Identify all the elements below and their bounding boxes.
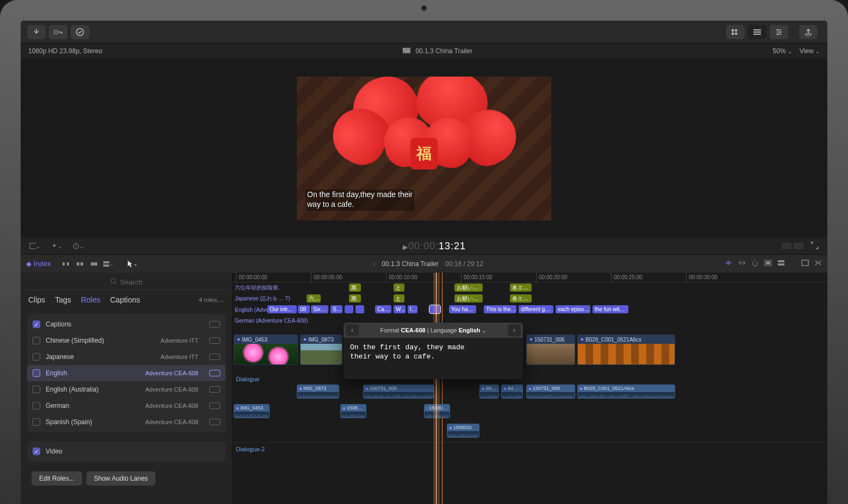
snapping-icon[interactable] — [724, 260, 733, 268]
video-clip[interactable]: 150731_006 — [526, 335, 575, 365]
role-lane-icon[interactable] — [209, 354, 220, 360]
audio-skimming-icon[interactable] — [751, 259, 759, 268]
caption-pill[interactable]: Ca… — [375, 305, 391, 313]
caption-pill[interactable]: 各エ… — [510, 284, 532, 292]
audio-clip[interactable]: 1508… — [340, 404, 366, 418]
role-lane-icon[interactable] — [209, 402, 220, 409]
caption-pill[interactable]: W… — [394, 305, 406, 313]
import-button[interactable] — [27, 25, 46, 39]
caption-pill[interactable]: the fun wit… — [593, 305, 628, 313]
role-lane-icon[interactable] — [209, 386, 220, 393]
caption-pill[interactable]: each episo… — [556, 305, 590, 313]
fullscreen-button[interactable] — [811, 242, 819, 251]
role-checkbox[interactable] — [33, 337, 40, 344]
role-checkbox[interactable] — [33, 402, 40, 410]
timeline-next-button[interactable]: › — [490, 260, 492, 268]
role-lane-icon[interactable] — [209, 419, 220, 425]
enhance-tool-dropdown[interactable]: ⌄ — [51, 242, 62, 250]
caption-pill[interactable]: 08 — [298, 305, 310, 313]
audio-clip[interactable]: 150802c — [447, 424, 479, 438]
append-clip-button[interactable] — [74, 260, 85, 268]
show-audio-lanes-button[interactable]: Show Audio Lanes — [86, 471, 155, 486]
select-tool-dropdown[interactable]: ⌄ — [127, 260, 138, 268]
color-scope-button-2[interactable] — [794, 243, 803, 249]
tab-clips[interactable]: Clips — [28, 295, 45, 304]
timeline-ruler[interactable]: 00:00:00:00 00:00:05:00 00:00:10:00 00:0… — [233, 273, 827, 282]
video-clip[interactable]: IMG_0453 — [234, 335, 298, 365]
clip-appearance-icon[interactable] — [777, 260, 785, 268]
tab-captions[interactable]: Captions — [110, 295, 140, 304]
audio-clip[interactable]: IM… — [501, 385, 523, 399]
role-row-german[interactable]: German Adventure CEA-608 — [27, 398, 226, 414]
audio-clip[interactable]: 150731_006 — [526, 385, 575, 399]
solo-icon[interactable] — [764, 260, 772, 268]
role-lane-icon[interactable] — [209, 321, 220, 327]
audio-clip[interactable]: IM… — [479, 385, 499, 399]
caption-pill[interactable]: 黑 — [349, 294, 361, 303]
timeline-index-toggle[interactable]: ◆ Index — [26, 260, 51, 268]
keyword-button[interactable] — [49, 25, 67, 39]
connect-clip-dropdown[interactable]: ⌄ — [103, 260, 114, 268]
role-row-chinese[interactable]: Chinese (Simplified) Adventure ITT — [27, 332, 226, 349]
caption-pill[interactable]: 各エ… — [510, 294, 532, 303]
captions-header-row[interactable]: Captions — [27, 316, 226, 332]
tab-tags[interactable]: Tags — [55, 295, 71, 304]
caption-pill[interactable]: と — [394, 294, 404, 303]
retime-tool-dropdown[interactable]: ⌄ — [73, 242, 84, 250]
caption-prev-button[interactable]: ‹ — [346, 324, 359, 336]
background-tasks-button[interactable] — [71, 25, 89, 39]
role-checkbox[interactable] — [33, 353, 40, 361]
list-view-button[interactable] — [748, 25, 766, 39]
audio-clip[interactable]: IMG_0453 — [234, 404, 270, 418]
video-checkbox[interactable] — [33, 448, 40, 455]
role-row-spanish[interactable]: Spanish (Spain) Adventure CEA-608 — [27, 414, 226, 430]
caption-pill[interactable]: You ha… — [449, 305, 476, 313]
role-checkbox[interactable] — [33, 386, 40, 393]
insert-clip-button[interactable] — [60, 260, 71, 268]
captions-checkbox[interactable] — [33, 320, 40, 328]
video-clip[interactable]: IMG_0873 — [300, 335, 342, 365]
caption-pill[interactable]: 黑 — [349, 284, 361, 292]
timeline-effects-icon[interactable] — [814, 260, 822, 268]
caption-pill[interactable]: お願い… — [454, 284, 483, 292]
caption-pill[interactable]: This is the… — [484, 305, 516, 313]
search-input[interactable]: Search — [24, 275, 229, 290]
edit-roles-button[interactable]: Edit Roles... — [32, 471, 82, 486]
tab-roles[interactable]: Roles — [81, 295, 101, 304]
view-dropdown[interactable]: View ⌄ — [800, 47, 820, 55]
caption-next-button[interactable]: › — [508, 324, 521, 336]
caption-pill[interactable]: 六… — [307, 294, 321, 303]
video-header-row[interactable]: Video — [27, 443, 226, 459]
video-clip[interactable]: B028_C001_0521A6cs — [577, 335, 675, 365]
role-row-english-au[interactable]: English (Australia) Adventure CEA-608 — [27, 381, 226, 398]
caption-pill[interactable]: Six… — [311, 305, 328, 313]
caption-pill[interactable]: different g… — [519, 305, 553, 313]
color-scope-button[interactable] — [782, 243, 791, 249]
overwrite-clip-button[interactable] — [89, 260, 99, 268]
share-button[interactable] — [799, 25, 818, 39]
timeline-prev-button[interactable]: ‹ — [373, 260, 375, 268]
caption-pill[interactable]: I… — [408, 305, 417, 313]
role-checkbox[interactable] — [33, 418, 40, 426]
role-lane-icon[interactable] — [209, 337, 220, 344]
caption-pill[interactable]: Our intr... — [267, 305, 297, 313]
skimming-icon[interactable] — [738, 260, 746, 268]
audio-clip[interactable]: B028_C001_0521A6cs — [577, 385, 675, 399]
role-lane-icon[interactable] — [209, 370, 220, 376]
audio-clip[interactable]: 150731_005 — [363, 385, 434, 399]
timeline-window-icon[interactable] — [801, 260, 809, 268]
caption-pill[interactable]: お願い… — [454, 294, 483, 303]
timeline-area[interactable]: 00:00:00:00 00:00:05:00 00:00:10:00 00:0… — [233, 273, 827, 504]
zoom-dropdown[interactable]: 50% ⌄ — [772, 47, 791, 55]
role-row-japanese[interactable]: Japanese Adventure ITT — [27, 349, 226, 365]
caption-pill[interactable] — [356, 305, 364, 313]
clip-appearance-button[interactable] — [726, 25, 745, 39]
role-row-english[interactable]: English Adventure CEA-608 — [27, 365, 226, 381]
caption-text-editor[interactable]: On the first day, they made their way to… — [344, 338, 523, 379]
caption-pill[interactable]: と — [394, 284, 404, 292]
caption-pill[interactable] — [345, 305, 353, 313]
audio-clip[interactable]: IMG_0873 — [297, 385, 339, 399]
caption-format-info[interactable]: Format CEA-608 | Language English ⌄ — [361, 327, 506, 333]
caption-pill[interactable]: S… — [331, 305, 342, 313]
role-checkbox[interactable] — [33, 369, 40, 377]
